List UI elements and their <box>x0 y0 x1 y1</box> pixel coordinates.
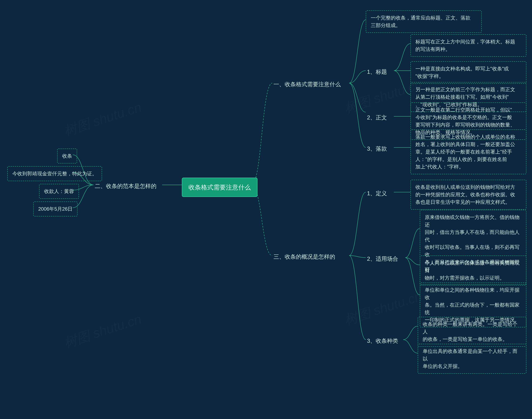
three-b1-a[interactable]: 收条是收到别人或单位送到的钱物时写给对方 的一种凭据性的应用文。收条也称作收据。… <box>411 180 526 210</box>
one-intro[interactable]: 一个完整的收条，通常应由标题、正文、落款 三部分组成。 <box>366 10 482 33</box>
branch-two[interactable]: 二、收条的范本是怎样的 <box>93 180 158 192</box>
two-b[interactable]: 今收到郭靖现金壹仟元整，特此为证。 <box>7 166 102 181</box>
one-b1-a[interactable]: 标题写在正文上方中间位置，字体稍大。标题 的写法有两种。 <box>411 34 526 57</box>
two-d[interactable]: 2006年5月26日 <box>33 201 78 216</box>
one-b1-b[interactable]: 一种是直接由文种名构成。即写上"收条"或 "收据"字样。 <box>411 61 526 84</box>
one-b2[interactable]: 2、正文 <box>366 112 388 124</box>
mindmap-canvas: 树图 shutu.cn 树图 shutu.cn 树图 shutu.cn 树图 s… <box>0 0 532 419</box>
three-b3[interactable]: 3、收条种类 <box>366 335 399 347</box>
root-node[interactable]: 收条格式需要注意什么 <box>182 178 257 197</box>
three-b2-b[interactable]: 个人向单位或某一团体上缴一些有关费用或财 物时，对方需开据收条，以示证明。 <box>420 256 526 286</box>
two-a[interactable]: 收条 <box>57 148 77 163</box>
branch-one[interactable]: 一、收条格式需要注意什么 <box>272 79 342 90</box>
three-b3-a[interactable]: 收条的种类一般来讲有两类。一类是写给个人 的收条，一类是写给某一单位的收条。 <box>418 317 526 347</box>
three-b2[interactable]: 2、适用场合 <box>366 253 399 265</box>
one-b3[interactable]: 3、落款 <box>366 143 388 155</box>
three-b1[interactable]: 1、定义 <box>366 188 388 199</box>
two-c[interactable]: 收款人：黄蓉 <box>39 184 79 199</box>
watermark: 树图 shutu.cn <box>342 287 424 329</box>
three-b3-b[interactable]: 单位出具的收条通常是由某一个人经手，而以 单位的名义开据。 <box>418 344 526 374</box>
watermark: 树图 shutu.cn <box>62 310 144 352</box>
one-b1[interactable]: 1、标题 <box>366 66 388 78</box>
one-b3-a[interactable]: 落款一般要求写上收钱物的个人或单位的名称 姓名，署上收到的具体日期，一般还要加盖… <box>411 130 526 174</box>
branch-three[interactable]: 三、收条的概况是怎样的 <box>272 251 336 263</box>
watermark: 树图 shutu.cn <box>62 98 144 140</box>
